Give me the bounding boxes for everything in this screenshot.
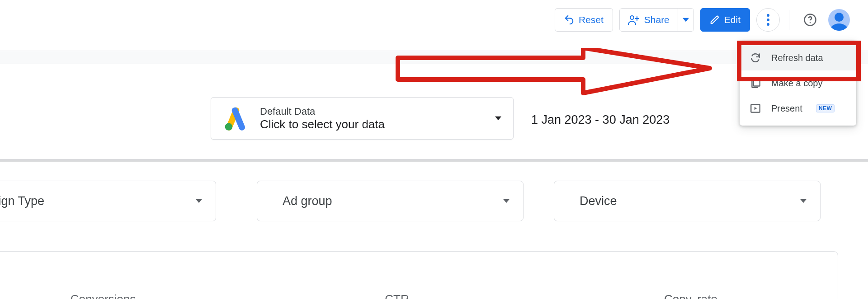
more-options-button[interactable] (756, 8, 780, 32)
svg-point-3 (767, 23, 769, 26)
svg-point-10 (225, 123, 232, 131)
date-range-label: 1 Jan 2023 - 30 Jan 2023 (531, 113, 670, 127)
reset-button[interactable]: Reset (555, 8, 613, 32)
chevron-down-icon (800, 199, 807, 203)
scorecard-conversions: Conversions (0, 252, 250, 299)
data-source-text: Default Data Click to select your data (260, 106, 483, 131)
help-icon (803, 13, 817, 27)
data-source-title: Default Data (260, 106, 483, 117)
scorecard-title: Conv. rate (664, 292, 717, 299)
svg-point-2 (767, 19, 769, 21)
filter-row: ampaign Type Ad group Device (0, 181, 838, 230)
refresh-icon (750, 52, 761, 64)
scorecard-container: Conversions CTR Conv. rate (0, 251, 838, 299)
data-source-selector[interactable]: Default Data Click to select your data (211, 97, 514, 140)
data-source-subtitle: Click to select your data (260, 117, 483, 131)
filter-label: Ad group (283, 194, 332, 208)
filter-label: ampaign Type (0, 194, 44, 208)
menu-item-label: Make a copy (771, 78, 822, 89)
filter-device[interactable]: Device (554, 181, 821, 221)
undo-icon (564, 15, 574, 25)
more-options-menu: Refresh data Make a copy Present NEW (740, 41, 856, 126)
google-ads-icon (223, 106, 248, 131)
share-label: Share (644, 14, 670, 25)
edit-button[interactable]: Edit (700, 8, 750, 32)
scorecard-ctr: CTR (250, 252, 544, 299)
present-icon (750, 103, 761, 114)
scorecard-title: Conversions (71, 292, 136, 299)
menu-item-present[interactable]: Present NEW (740, 96, 856, 121)
reset-label: Reset (579, 14, 604, 25)
new-badge: NEW (816, 104, 835, 112)
share-button-group: Share (619, 8, 694, 32)
svg-rect-6 (754, 79, 760, 86)
chevron-down-icon (196, 199, 202, 203)
scorecard-title: CTR (385, 292, 409, 299)
filter-campaign-type[interactable]: ampaign Type (0, 181, 216, 221)
menu-item-refresh-data[interactable]: Refresh data (740, 45, 856, 70)
share-button[interactable]: Share (620, 9, 678, 31)
menu-item-make-copy[interactable]: Make a copy (740, 70, 856, 96)
chevron-down-icon (495, 116, 501, 121)
person-add-icon (628, 15, 640, 25)
copy-icon (750, 77, 761, 89)
divider-bar (0, 159, 868, 162)
pencil-icon (710, 15, 720, 25)
svg-point-0 (630, 16, 634, 19)
edit-label: Edit (724, 14, 741, 25)
scorecard-conv-rate: Conv. rate (544, 252, 838, 299)
more-vert-icon (767, 14, 769, 26)
menu-item-label: Refresh data (771, 53, 823, 63)
filter-ad-group[interactable]: Ad group (257, 181, 524, 221)
tab-strip-bg (0, 51, 868, 64)
chevron-down-icon (503, 199, 509, 203)
account-avatar[interactable] (828, 9, 850, 31)
chevron-down-icon (683, 17, 689, 23)
svg-point-1 (767, 14, 769, 17)
menu-item-label: Present (771, 103, 802, 114)
help-button[interactable] (798, 8, 822, 32)
svg-point-5 (810, 22, 811, 23)
share-dropdown-button[interactable] (678, 9, 693, 31)
filter-label: Device (580, 194, 617, 208)
divider (789, 10, 789, 30)
top-toolbar: Reset Share Edit (555, 7, 850, 33)
